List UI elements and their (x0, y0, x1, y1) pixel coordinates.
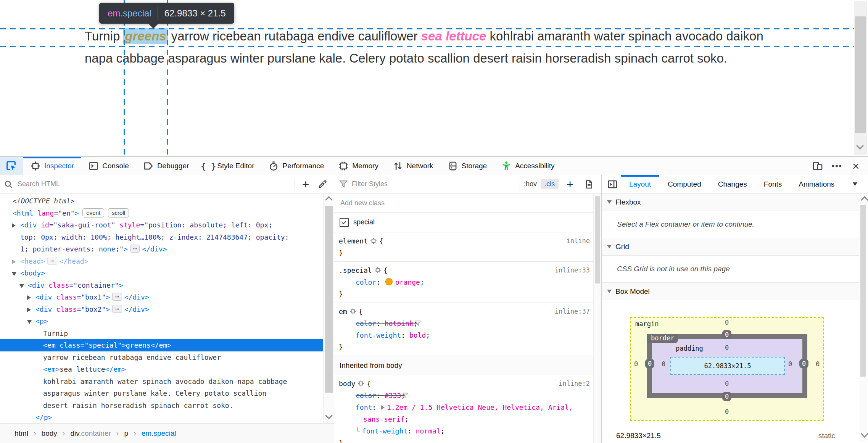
border-bottom-value[interactable]: 0 (722, 392, 731, 401)
add-rule-button[interactable]: + (562, 177, 578, 191)
markup-tree-row[interactable]: <html lang="en">eventscroll (0, 207, 324, 219)
class-checkbox[interactable] (340, 218, 349, 227)
css-declaration[interactable]: font-weight: bold; (339, 329, 589, 341)
margin-right-value[interactable]: 0 (816, 360, 820, 368)
tab-performance[interactable]: Performance (261, 157, 331, 175)
twisty-icon[interactable] (12, 259, 16, 264)
property-value[interactable]: hotpink (385, 319, 414, 327)
tab-accessibility[interactable]: Accessibility (494, 157, 562, 175)
rule-selector[interactable]: element (339, 237, 368, 245)
markup-tree-row[interactable]: <head>⋯</head> (0, 255, 324, 267)
page-scroll-down-button[interactable] (857, 143, 863, 150)
expand-shorthand-icon[interactable] (381, 405, 385, 410)
property-name[interactable]: color (356, 391, 376, 400)
breadcrumb-item-em-special[interactable]: em.special (142, 429, 176, 438)
highlight-selector-icon[interactable] (349, 306, 356, 313)
responsive-design-mode-icon[interactable] (809, 158, 826, 174)
markup-tree-row[interactable]: <div id="saka-gui-root" style="position:… (0, 219, 324, 231)
markup-tree-row[interactable]: <em>sea lettuce</em> (0, 363, 324, 375)
rule-selector[interactable]: .special (339, 266, 372, 274)
breadcrumb-item-div[interactable]: div.container (70, 429, 111, 438)
rules-scrollbar[interactable] (593, 193, 601, 443)
node-badge[interactable]: event (82, 208, 104, 217)
border-left-value[interactable]: 0 (645, 359, 654, 368)
pick-element-button[interactable] (0, 157, 23, 175)
box-model-content-box[interactable]: 62.9833×21.5 (670, 357, 785, 375)
rule-source-link[interactable]: inline:2 (559, 378, 590, 390)
tab-console[interactable]: Console (81, 157, 136, 175)
markup-scrollbar[interactable] (323, 193, 334, 424)
padding-bottom-value[interactable]: 0 (725, 380, 729, 387)
rule-source-link[interactable]: inline (567, 235, 590, 247)
inline-ellipsis-icon[interactable]: ⋯ (130, 245, 140, 253)
css-declaration[interactable]: color: hotpink; (339, 317, 589, 329)
highlight-selector-icon[interactable] (358, 379, 364, 385)
padding-left-value[interactable]: 0 (662, 360, 665, 368)
inline-ellipsis-icon[interactable]: ⋯ (112, 305, 122, 313)
margin-left-value[interactable]: 0 (634, 360, 638, 368)
tab-style-editor[interactable]: { }Style Editor (196, 157, 261, 175)
meatball-menu-icon[interactable] (828, 158, 845, 174)
inline-ellipsis-icon[interactable]: ⋯ (47, 257, 57, 265)
rules-scrollbar-thumb[interactable] (595, 196, 600, 284)
css-declaration[interactable]: font: 1.2em / 1.5 Helvetica Neue, Helvet… (339, 401, 589, 425)
markup-tree-row[interactable]: <p> (0, 315, 324, 327)
page-scrollbar[interactable] (854, 1, 867, 155)
markup-tree-row[interactable]: <body> (0, 267, 324, 279)
property-name[interactable]: color (356, 319, 376, 327)
markup-tree-row[interactable]: </p> (0, 411, 324, 424)
twisty-icon[interactable] (27, 295, 31, 300)
padding-top-value[interactable]: 0 (725, 344, 729, 351)
rule-selector[interactable]: em (339, 308, 347, 316)
tab-memory[interactable]: Memory (331, 157, 386, 175)
section-flexbox-header[interactable]: Flexbox (602, 193, 859, 211)
node-badge[interactable]: scroll (108, 208, 129, 217)
inline-ellipsis-icon[interactable]: ⋯ (112, 293, 122, 301)
pseudo-class-hover-button[interactable]: :hov (524, 180, 537, 188)
markup-tree-row[interactable]: top: 0px; width: 100%; height…100%; z-in… (0, 231, 324, 243)
add-node-button[interactable]: + (298, 177, 313, 191)
eyedropper-icon[interactable] (315, 177, 330, 191)
filter-styles-input[interactable] (351, 180, 517, 188)
css-declaration[interactable]: color: orange; (339, 276, 589, 288)
markup-scrollbar-thumb[interactable] (325, 206, 333, 393)
breadcrumb-item-p[interactable]: p (124, 429, 128, 438)
markup-tree-row[interactable]: Turnip (0, 327, 324, 340)
border-right-value[interactable]: 0 (799, 359, 808, 368)
sidebar-toggle-icon[interactable] (604, 175, 621, 193)
overridden-filter-icon[interactable] (422, 318, 429, 325)
layout-scrollbar-thumb[interactable] (860, 205, 866, 377)
overridden-filter-icon[interactable] (410, 390, 416, 397)
markup-tree-row[interactable]: yarrow ricebean rutabaga endive cauliflo… (0, 351, 324, 364)
property-value[interactable]: #333 (385, 391, 401, 400)
tab-computed[interactable]: Computed (659, 175, 710, 193)
property-name[interactable]: font-weight (356, 331, 401, 339)
all-tabs-menu-icon[interactable] (851, 175, 859, 193)
twisty-icon[interactable] (12, 223, 16, 228)
tab-network[interactable]: Network (386, 157, 441, 175)
markup-tree-row[interactable]: asparagus winter purslane kale. Celery p… (0, 387, 324, 400)
twisty-icon[interactable] (19, 284, 24, 288)
highlight-selector-icon[interactable] (370, 236, 377, 243)
tab-layout[interactable]: Layout (621, 175, 659, 193)
property-value[interactable]: bold (409, 331, 426, 339)
close-devtools-icon[interactable]: × (847, 158, 864, 174)
property-value[interactable]: normal (416, 427, 441, 435)
twisty-icon[interactable] (27, 308, 31, 312)
property-value[interactable]: 1.2em / 1.5 Helvetica Neue, Helvetica, A… (363, 403, 573, 423)
property-value[interactable]: orange (395, 278, 420, 286)
section-boxmodel-header[interactable]: Box Model (602, 283, 859, 300)
add-new-class-input[interactable] (340, 199, 430, 208)
stylesheet-icon[interactable] (581, 177, 597, 191)
tab-inspector[interactable]: Inspector (23, 157, 81, 175)
rule-source-link[interactable]: inline:37 (555, 306, 590, 317)
twisty-icon[interactable] (27, 320, 32, 324)
css-declaration[interactable]: color: #333; (339, 390, 589, 401)
markup-tree-row[interactable]: 1; pointer-events: none;">⋯</div> (0, 243, 324, 255)
markup-tree-row[interactable]: kohlrabi amaranth water spinach avocado … (0, 375, 324, 388)
layout-scrollbar[interactable] (859, 193, 867, 442)
markup-tree-row[interactable]: desert raisin horseradish spinach carrot… (0, 400, 324, 412)
highlight-selector-icon[interactable] (374, 265, 381, 272)
class-panel-toggle-button[interactable]: .cls (541, 179, 559, 189)
tab-fonts[interactable]: Fonts (755, 175, 791, 193)
